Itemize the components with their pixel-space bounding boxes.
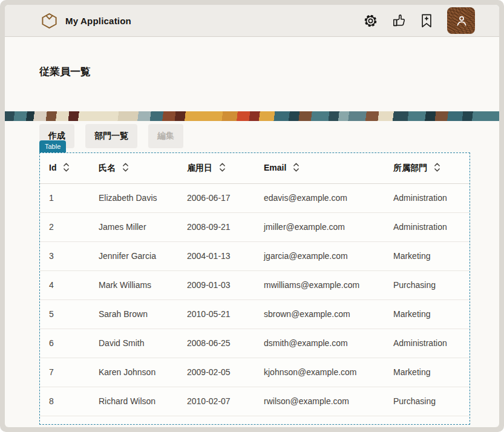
app-title: My Application [65,16,131,26]
region-badge[interactable]: Table [39,140,66,152]
account-avatar[interactable] [447,7,475,34]
table-cell: sbrown@example.com [255,299,384,329]
table-region: Id 氏名 雇用日 Email [39,152,470,425]
table-cell: 2008-06-25 [178,329,255,358]
table-cell: mwilliams@example.com [255,270,384,299]
table-row: 3Jennifer Garcia2004-01-13jgarcia@exampl… [40,241,470,270]
table-cell: dsmith@example.com [255,329,384,358]
table-cell: rwilson@example.com [255,387,384,416]
sort-icon [293,164,299,174]
column-label: 氏名 [99,163,116,172]
table-row: 2James Miller2008-09-21jmiller@example.c… [40,212,470,241]
table-cell: Purchasing [384,387,470,416]
table-cell: 6 [40,329,90,358]
window-frame: My Application [0,0,504,432]
gear-icon [364,14,378,28]
column-header-department[interactable]: 所属部門 [384,153,470,183]
table-cell: Sarah Brown [90,299,178,329]
content: 作成 部門一覧 編集 Table Id [5,124,499,425]
table-cell: Mark Williams [90,270,178,299]
table-cell: Administration [384,212,470,241]
sort-icon [63,164,70,174]
department-list-button[interactable]: 部門一覧 [85,124,137,148]
page-title: 従業員一覧 [5,37,499,79]
table-cell: Administration [384,183,470,212]
table-cell: 2009-01-03 [178,270,255,299]
table-cell: 4 [40,270,90,299]
table-cell: Marketing [384,358,470,387]
header-actions [364,7,475,34]
column-header-name[interactable]: 氏名 [90,153,178,183]
table-cell: 2010-02-07 [178,387,255,416]
table-cell: 2008-09-21 [178,212,255,241]
app-brand[interactable]: My Application [41,13,131,29]
table-region-wrap: Table Id 氏名 [39,152,470,425]
decorative-banner [5,111,499,121]
title-section: 従業員一覧 [5,37,499,111]
edit-button: 編集 [148,124,183,148]
sort-icon [219,164,226,174]
table-cell: Elizabeth Davis [90,183,178,212]
table-cell: 8 [40,387,90,416]
bookmark-button[interactable] [421,14,433,28]
app-logo-box-icon [41,13,57,29]
table-cell: David Smith [90,329,178,358]
column-label: 所属部門 [393,163,427,172]
table-row: 4Mark Williams2009-01-03mwilliams@exampl… [40,270,470,299]
table-cell: Richard Wilson [90,387,178,416]
column-label: Id [49,163,56,172]
settings-button[interactable] [364,14,378,28]
table-cell: 3 [40,241,90,270]
table-cell: 2006-06-17 [178,183,255,212]
table-cell: Marketing [384,299,470,329]
person-icon [455,15,468,27]
toolbar: 作成 部門一覧 編集 [39,124,499,148]
bookmark-plus-icon [421,14,433,28]
table-header-row: Id 氏名 雇用日 Email [40,153,470,183]
table-cell: Administration [384,329,470,358]
table-cell: 1 [40,183,90,212]
table-cell: 2 [40,212,90,241]
table-row: 1Elizabeth Davis2006-06-17edavis@example… [40,183,470,212]
table-cell: Marketing [384,241,470,270]
table-cell: Jennifer Garcia [90,241,178,270]
thumbs-up-icon [392,14,406,28]
table-cell: jgarcia@example.com [255,241,384,270]
table-cell: Karen Johnson [90,358,178,387]
column-header-hiredate[interactable]: 雇用日 [178,153,255,183]
table-cell: 7 [40,358,90,387]
table-row: 7Karen Johnson2009-02-05kjohnson@example… [40,358,470,387]
table-cell: 2004-01-13 [178,241,255,270]
table-cell: kjohnson@example.com [255,358,384,387]
column-label: 雇用日 [187,163,212,172]
table-row: 5Sarah Brown2010-05-21sbrown@example.com… [40,299,470,329]
app-header: My Application [5,5,499,37]
table-cell: jmiller@example.com [255,212,384,241]
table-cell: 2010-05-21 [178,299,255,329]
page: My Application [5,5,499,427]
column-header-id[interactable]: Id [40,153,90,183]
table-cell: James Miller [90,212,178,241]
table-row: 8Richard Wilson2010-02-07rwilson@example… [40,387,470,416]
table-row: 6David Smith2008-06-25dsmith@example.com… [40,329,470,358]
feedback-button[interactable] [392,14,406,28]
sort-icon [434,164,440,174]
table-cell: Purchasing [384,270,470,299]
table-cell: 5 [40,299,90,329]
column-header-email[interactable]: Email [255,153,384,183]
table-body: 1Elizabeth Davis2006-06-17edavis@example… [40,183,470,416]
column-label: Email [264,163,286,172]
sort-icon [122,164,129,174]
table-cell: 2009-02-05 [178,358,255,387]
table-cell: edavis@example.com [255,183,384,212]
employee-table: Id 氏名 雇用日 Email [40,153,470,416]
